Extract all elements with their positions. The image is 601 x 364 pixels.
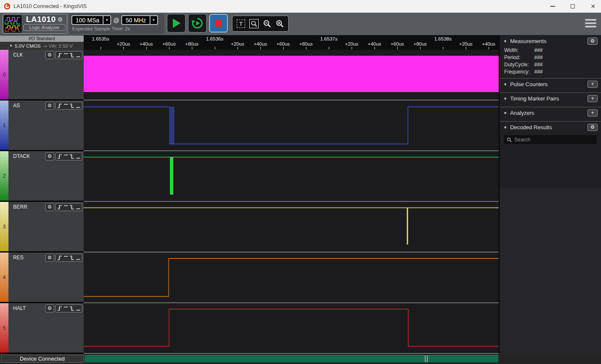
measurements-settings-button[interactable]: ⚙: [587, 38, 598, 45]
collapse-triangle-icon[interactable]: ▼: [503, 97, 507, 101]
channel-header[interactable]: 3 BERR ⚙: [0, 202, 84, 253]
capture-overview-bar[interactable]: [85, 355, 498, 363]
zoom-selection-tool[interactable]: [249, 19, 259, 28]
channel-settings-gear-icon[interactable]: ⚙: [45, 102, 54, 110]
maximize-button[interactable]: [565, 0, 580, 13]
io-standard-header[interactable]: I/O Standard ▼ 5.0V CMOS -> Vth: 2.50 V: [0, 35, 84, 50]
zoom-in-icon[interactable]: [276, 19, 284, 28]
trigger-low-level-icon[interactable]: [76, 154, 81, 159]
stop-capture-button[interactable]: [209, 14, 228, 33]
timeline-tick: [146, 47, 147, 49]
sample-rate-select[interactable]: 50 MHz ▼: [121, 15, 158, 25]
sample-depth-select[interactable]: 100 MSa ▼: [71, 15, 111, 25]
waveform-row-halt[interactable]: [84, 303, 499, 354]
start-capture-button[interactable]: [167, 14, 186, 33]
trigger-high-level-icon[interactable]: [63, 204, 68, 210]
channel-name[interactable]: DTACK: [13, 153, 30, 159]
analyzers-header[interactable]: ▼ Analyzers +: [500, 107, 601, 118]
waveform-row-clk[interactable]: [84, 50, 499, 101]
trigger-high-level-icon[interactable]: [63, 52, 68, 58]
loop-capture-button[interactable]: [188, 14, 207, 33]
trigger-buttons: [55, 152, 82, 160]
menu-button[interactable]: [585, 19, 596, 29]
search-input[interactable]: [514, 137, 586, 143]
channel-name[interactable]: CLK: [13, 52, 23, 58]
channel-header[interactable]: 2 DTACK ⚙: [0, 151, 84, 202]
add-timing-marker-button[interactable]: +: [587, 95, 598, 102]
trigger-high-level-icon[interactable]: [63, 306, 68, 311]
channel-settings-gear-icon[interactable]: ⚙: [45, 51, 54, 59]
channel-settings-gear-icon[interactable]: ⚙: [45, 254, 54, 262]
trigger-falling-edge-icon[interactable]: [69, 204, 74, 210]
device-info-group[interactable]: LA1010 ⚙ Logic Analyzer: [3, 14, 67, 34]
device-settings-gear-icon[interactable]: ⚙: [57, 16, 63, 23]
trigger-falling-edge-icon[interactable]: [69, 306, 74, 311]
add-analyzer-button[interactable]: +: [587, 109, 598, 117]
chevron-down-icon[interactable]: ▼: [150, 16, 157, 24]
trigger-low-level-icon[interactable]: [76, 306, 81, 311]
timing-marker-pairs-header[interactable]: ▼ Timing Marker Pairs +: [500, 93, 601, 104]
section-title: Measurements: [510, 38, 546, 44]
trigger-high-level-icon[interactable]: [63, 255, 68, 261]
zoom-out-icon[interactable]: [263, 19, 271, 28]
decoded-results-header[interactable]: ▼ Decoded Results ⚙: [500, 122, 601, 133]
device-mode-label[interactable]: Logic Analyzer: [23, 24, 66, 31]
channel-name[interactable]: HALT: [13, 305, 26, 311]
channel-number: 3: [0, 202, 8, 251]
trigger-rising-edge-icon[interactable]: [57, 306, 62, 311]
timeline-label: +20us: [231, 41, 244, 46]
pulse-counters-header[interactable]: ▼ Pulse Counters +: [500, 79, 601, 90]
channel-panel: I/O Standard ▼ 5.0V CMOS -> Vth: 2.50 V …: [0, 35, 84, 354]
measurement-row: Width: ###: [500, 46, 601, 54]
text-annotation-tool[interactable]: T: [237, 19, 245, 28]
waveform-row-berr[interactable]: [84, 202, 499, 253]
time-ruler[interactable]: 1.6535s+20us+40us+60us+80us1.6536s+20us+…: [84, 35, 499, 50]
overview-position-handle[interactable]: [425, 356, 428, 362]
trigger-falling-edge-icon[interactable]: [69, 154, 74, 159]
trigger-low-level-icon[interactable]: [76, 255, 81, 261]
trigger-falling-edge-icon[interactable]: [69, 103, 74, 109]
decoded-results-list[interactable]: [500, 188, 601, 354]
trigger-high-level-icon[interactable]: [63, 103, 68, 109]
waveform-logo-icon: [4, 15, 22, 33]
collapse-triangle-icon[interactable]: ▼: [503, 111, 507, 115]
channel-header[interactable]: 1 AS ⚙: [0, 101, 84, 151]
trigger-low-level-icon[interactable]: [76, 103, 81, 109]
trigger-high-level-icon[interactable]: [63, 154, 68, 159]
minimize-button[interactable]: [545, 0, 560, 13]
collapse-triangle-icon[interactable]: ▼: [503, 82, 507, 87]
decoded-results-search[interactable]: [504, 135, 597, 144]
trigger-rising-edge-icon[interactable]: [57, 204, 62, 210]
collapse-triangle-icon[interactable]: ▼: [9, 44, 13, 48]
channel-settings-gear-icon[interactable]: ⚙: [45, 304, 54, 312]
trigger-rising-edge-icon[interactable]: [57, 103, 62, 109]
measurements-header[interactable]: ▼ Measurements ⚙: [500, 35, 601, 46]
channel-settings-gear-icon[interactable]: ⚙: [45, 203, 54, 211]
waveform-row-dtack[interactable]: [84, 151, 499, 202]
collapse-triangle-icon[interactable]: ▼: [503, 125, 507, 130]
add-pulse-counter-button[interactable]: +: [587, 81, 598, 88]
trigger-low-level-icon[interactable]: [76, 52, 81, 58]
measurement-label: Width:: [504, 47, 534, 53]
waveform-trace: [84, 151, 499, 201]
trigger-rising-edge-icon[interactable]: [57, 255, 62, 261]
channel-header[interactable]: 5 HALT ⚙: [0, 303, 84, 354]
channel-header[interactable]: 0 CLK ⚙: [0, 50, 84, 101]
channel-name[interactable]: AS: [13, 103, 20, 109]
waveform-row-as[interactable]: [84, 101, 499, 151]
decoded-results-settings-button[interactable]: ⚙: [587, 124, 598, 131]
trigger-falling-edge-icon[interactable]: [69, 52, 74, 58]
close-button[interactable]: ✕: [586, 0, 600, 13]
trigger-rising-edge-icon[interactable]: [57, 52, 62, 58]
io-standard-value[interactable]: 5.0V CMOS: [15, 43, 41, 49]
collapse-triangle-icon[interactable]: ▼: [503, 39, 507, 43]
channel-settings-gear-icon[interactable]: ⚙: [45, 152, 54, 160]
chevron-down-icon[interactable]: ▼: [103, 16, 110, 24]
channel-name[interactable]: RES: [13, 255, 24, 261]
channel-name[interactable]: BERR: [13, 204, 27, 210]
channel-header[interactable]: 4 RES ⚙: [0, 253, 84, 303]
trigger-rising-edge-icon[interactable]: [57, 154, 62, 159]
waveform-row-res[interactable]: [84, 253, 499, 303]
trigger-low-level-icon[interactable]: [76, 204, 81, 210]
trigger-falling-edge-icon[interactable]: [69, 255, 74, 261]
